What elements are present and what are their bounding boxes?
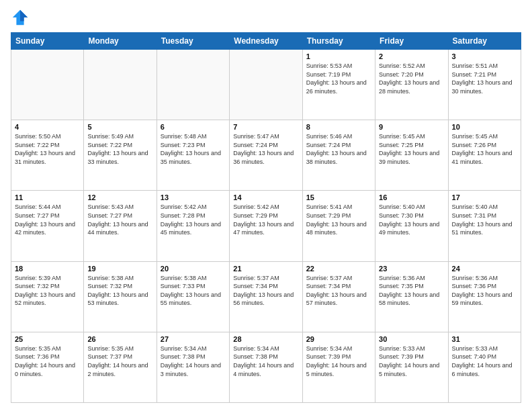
day-number: 3	[452, 52, 517, 60]
day-info: Sunrise: 5:52 AMSunset: 7:20 PMDaylight:…	[379, 62, 444, 95]
table-row: 26Sunrise: 5:35 AMSunset: 7:37 PMDayligh…	[84, 332, 157, 402]
day-number: 30	[379, 335, 444, 343]
header	[11, 8, 521, 27]
day-number: 12	[87, 193, 152, 201]
day-info: Sunrise: 5:34 AMSunset: 7:39 PMDaylight:…	[306, 345, 371, 378]
day-info: Sunrise: 5:35 AMSunset: 7:37 PMDaylight:…	[87, 345, 152, 378]
day-info: Sunrise: 5:45 AMSunset: 7:26 PMDaylight:…	[452, 132, 517, 166]
weekday-header-row: Sunday Monday Tuesday Wednesday Thursday…	[11, 33, 521, 50]
table-row: 18Sunrise: 5:39 AMSunset: 7:32 PMDayligh…	[11, 261, 84, 332]
table-row: 10Sunrise: 5:45 AMSunset: 7:26 PMDayligh…	[448, 120, 521, 191]
calendar-week-row: 11Sunrise: 5:44 AMSunset: 7:27 PMDayligh…	[11, 191, 521, 261]
table-row: 27Sunrise: 5:34 AMSunset: 7:38 PMDayligh…	[157, 332, 229, 402]
day-info: Sunrise: 5:34 AMSunset: 7:38 PMDaylight:…	[233, 345, 298, 378]
day-number: 29	[306, 335, 371, 343]
day-info: Sunrise: 5:51 AMSunset: 7:21 PMDaylight:…	[452, 62, 517, 95]
day-info: Sunrise: 5:48 AMSunset: 7:23 PMDaylight:…	[161, 132, 226, 166]
table-row: 13Sunrise: 5:42 AMSunset: 7:28 PMDayligh…	[157, 191, 229, 261]
table-row: 25Sunrise: 5:35 AMSunset: 7:36 PMDayligh…	[11, 332, 84, 402]
table-row	[84, 50, 157, 120]
table-row: 15Sunrise: 5:41 AMSunset: 7:29 PMDayligh…	[302, 191, 375, 261]
day-number: 2	[379, 52, 444, 60]
table-row: 30Sunrise: 5:33 AMSunset: 7:39 PMDayligh…	[375, 332, 448, 402]
day-info: Sunrise: 5:37 AMSunset: 7:34 PMDaylight:…	[233, 274, 298, 308]
day-info: Sunrise: 5:43 AMSunset: 7:27 PMDaylight:…	[87, 203, 152, 236]
logo-icon	[11, 8, 30, 27]
day-number: 10	[452, 123, 517, 131]
day-number: 19	[87, 265, 152, 273]
svg-marker-1	[20, 10, 28, 21]
day-info: Sunrise: 5:42 AMSunset: 7:28 PMDaylight:…	[161, 203, 226, 236]
day-info: Sunrise: 5:33 AMSunset: 7:40 PMDaylight:…	[452, 345, 517, 378]
table-row: 16Sunrise: 5:40 AMSunset: 7:30 PMDayligh…	[375, 191, 448, 261]
table-row: 24Sunrise: 5:36 AMSunset: 7:36 PMDayligh…	[448, 261, 521, 332]
day-number: 24	[452, 265, 517, 273]
table-row: 2Sunrise: 5:52 AMSunset: 7:20 PMDaylight…	[375, 50, 448, 120]
header-monday: Monday	[84, 33, 157, 50]
day-info: Sunrise: 5:46 AMSunset: 7:24 PMDaylight:…	[306, 132, 371, 166]
table-row: 7Sunrise: 5:47 AMSunset: 7:24 PMDaylight…	[230, 120, 302, 191]
day-info: Sunrise: 5:44 AMSunset: 7:27 PMDaylight:…	[15, 203, 80, 236]
page: Sunday Monday Tuesday Wednesday Thursday…	[0, 0, 532, 411]
day-number: 15	[306, 193, 371, 201]
day-info: Sunrise: 5:38 AMSunset: 7:32 PMDaylight:…	[87, 274, 152, 308]
table-row: 3Sunrise: 5:51 AMSunset: 7:21 PMDaylight…	[448, 50, 521, 120]
day-info: Sunrise: 5:53 AMSunset: 7:19 PMDaylight:…	[306, 62, 371, 95]
day-number: 25	[15, 335, 80, 343]
table-row: 6Sunrise: 5:48 AMSunset: 7:23 PMDaylight…	[157, 120, 229, 191]
calendar-week-row: 18Sunrise: 5:39 AMSunset: 7:32 PMDayligh…	[11, 261, 521, 332]
day-info: Sunrise: 5:50 AMSunset: 7:22 PMDaylight:…	[15, 132, 80, 166]
day-number: 1	[306, 52, 371, 60]
day-info: Sunrise: 5:34 AMSunset: 7:38 PMDaylight:…	[161, 345, 226, 378]
calendar-week-row: 4Sunrise: 5:50 AMSunset: 7:22 PMDaylight…	[11, 120, 521, 191]
table-row: 22Sunrise: 5:37 AMSunset: 7:34 PMDayligh…	[302, 261, 375, 332]
day-number: 11	[15, 193, 80, 201]
table-row: 8Sunrise: 5:46 AMSunset: 7:24 PMDaylight…	[302, 120, 375, 191]
day-info: Sunrise: 5:36 AMSunset: 7:35 PMDaylight:…	[379, 274, 444, 308]
day-info: Sunrise: 5:37 AMSunset: 7:34 PMDaylight:…	[306, 274, 371, 308]
calendar-table: Sunday Monday Tuesday Wednesday Thursday…	[11, 32, 521, 403]
table-row: 4Sunrise: 5:50 AMSunset: 7:22 PMDaylight…	[11, 120, 84, 191]
day-number: 26	[87, 335, 152, 343]
day-number: 7	[233, 123, 298, 131]
table-row: 21Sunrise: 5:37 AMSunset: 7:34 PMDayligh…	[230, 261, 302, 332]
logo	[11, 8, 32, 27]
day-number: 16	[379, 193, 444, 201]
table-row: 9Sunrise: 5:45 AMSunset: 7:25 PMDaylight…	[375, 120, 448, 191]
day-number: 6	[161, 123, 226, 131]
header-friday: Friday	[375, 33, 448, 50]
table-row	[157, 50, 229, 120]
day-info: Sunrise: 5:49 AMSunset: 7:22 PMDaylight:…	[87, 132, 152, 166]
day-number: 21	[233, 265, 298, 273]
day-number: 18	[15, 265, 80, 273]
day-info: Sunrise: 5:47 AMSunset: 7:24 PMDaylight:…	[233, 132, 298, 166]
table-row: 11Sunrise: 5:44 AMSunset: 7:27 PMDayligh…	[11, 191, 84, 261]
day-number: 20	[161, 265, 226, 273]
day-number: 23	[379, 265, 444, 273]
table-row: 19Sunrise: 5:38 AMSunset: 7:32 PMDayligh…	[84, 261, 157, 332]
table-row	[230, 50, 302, 120]
day-info: Sunrise: 5:40 AMSunset: 7:31 PMDaylight:…	[452, 203, 517, 236]
day-info: Sunrise: 5:35 AMSunset: 7:36 PMDaylight:…	[15, 345, 80, 378]
day-number: 13	[161, 193, 226, 201]
header-thursday: Thursday	[302, 33, 375, 50]
day-number: 14	[233, 193, 298, 201]
header-sunday: Sunday	[11, 33, 84, 50]
day-info: Sunrise: 5:33 AMSunset: 7:39 PMDaylight:…	[379, 345, 444, 378]
day-info: Sunrise: 5:41 AMSunset: 7:29 PMDaylight:…	[306, 203, 371, 236]
table-row: 28Sunrise: 5:34 AMSunset: 7:38 PMDayligh…	[230, 332, 302, 402]
day-info: Sunrise: 5:38 AMSunset: 7:33 PMDaylight:…	[161, 274, 226, 308]
calendar-week-row: 25Sunrise: 5:35 AMSunset: 7:36 PMDayligh…	[11, 332, 521, 402]
table-row: 12Sunrise: 5:43 AMSunset: 7:27 PMDayligh…	[84, 191, 157, 261]
table-row: 31Sunrise: 5:33 AMSunset: 7:40 PMDayligh…	[448, 332, 521, 402]
table-row: 1Sunrise: 5:53 AMSunset: 7:19 PMDaylight…	[302, 50, 375, 120]
day-number: 5	[87, 123, 152, 131]
day-number: 28	[233, 335, 298, 343]
day-number: 27	[161, 335, 226, 343]
table-row: 5Sunrise: 5:49 AMSunset: 7:22 PMDaylight…	[84, 120, 157, 191]
day-number: 8	[306, 123, 371, 131]
table-row: 29Sunrise: 5:34 AMSunset: 7:39 PMDayligh…	[302, 332, 375, 402]
day-info: Sunrise: 5:42 AMSunset: 7:29 PMDaylight:…	[233, 203, 298, 236]
day-info: Sunrise: 5:39 AMSunset: 7:32 PMDaylight:…	[15, 274, 80, 308]
header-wednesday: Wednesday	[230, 33, 302, 50]
